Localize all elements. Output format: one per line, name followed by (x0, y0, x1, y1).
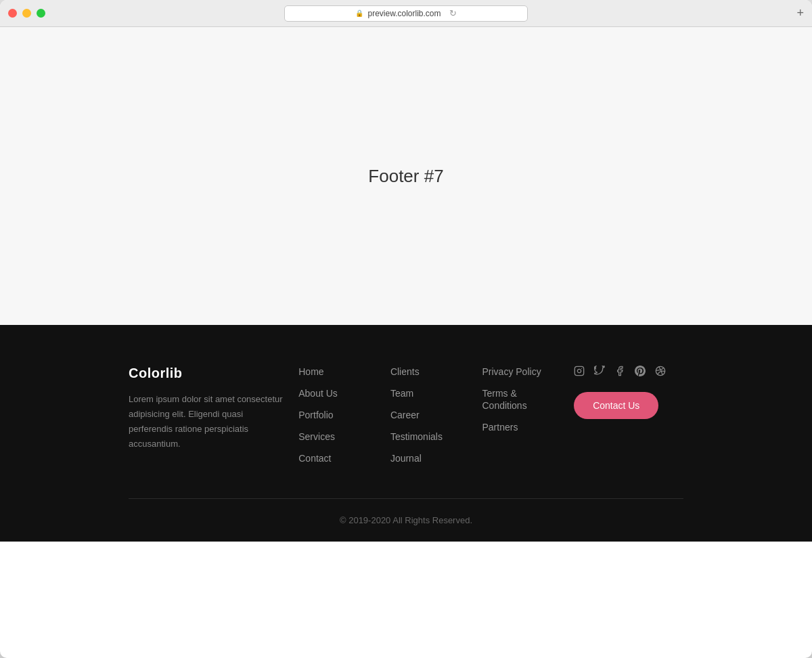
footer-description: Lorem ipsum dolor sit amet consectetur a… (129, 392, 285, 452)
footer-social-column: Contact Us (574, 366, 683, 464)
svg-rect-0 (574, 366, 583, 375)
pinterest-icon[interactable] (635, 366, 646, 378)
nav-item-services[interactable]: Services (298, 431, 377, 443)
footer-grid: Colorlib Lorem ipsum dolor sit amet cons… (129, 366, 683, 498)
nav-item-terms[interactable]: Terms & Conditions (482, 387, 561, 412)
footer-nav-col-2: Clients Team Career Testimonials Journal (390, 366, 469, 464)
nav-item-career[interactable]: Career (390, 409, 469, 421)
nav-item-portfolio[interactable]: Portfolio (298, 409, 377, 421)
close-button[interactable] (8, 9, 17, 18)
footer-nav-col-3: Privacy Policy Terms & Conditions Partne… (482, 366, 561, 464)
url-bar[interactable]: 🔒 preview.colorlib.com ↻ (284, 5, 528, 22)
nav-item-about[interactable]: About Us (298, 387, 377, 399)
nav-item-team[interactable]: Team (390, 387, 469, 399)
lock-icon: 🔒 (355, 9, 363, 17)
footer: Colorlib Lorem ipsum dolor sit amet cons… (0, 325, 812, 542)
nav-item-partners[interactable]: Partners (482, 421, 561, 433)
footer-nav-list-1: Home About Us Portfolio Services Contact (298, 366, 377, 464)
page-title: Footer #7 (368, 166, 443, 187)
nav-item-privacy[interactable]: Privacy Policy (482, 366, 561, 378)
nav-item-journal[interactable]: Journal (390, 452, 469, 464)
browser-window: 🔒 preview.colorlib.com ↻ + Footer #7 Col… (0, 0, 812, 658)
nav-item-home[interactable]: Home (298, 366, 377, 378)
url-text: preview.colorlib.com (367, 9, 441, 18)
footer-copyright: © 2019-2020 All Rights Reserved. (129, 499, 683, 542)
dribbble-icon[interactable] (655, 366, 666, 378)
nav-item-contact[interactable]: Contact (298, 452, 377, 464)
twitter-icon[interactable] (594, 366, 605, 378)
social-icons-group (574, 366, 666, 378)
nav-item-clients[interactable]: Clients (390, 366, 469, 378)
page-content-area: Footer #7 (0, 27, 812, 325)
titlebar: 🔒 preview.colorlib.com ↻ + (0, 0, 812, 27)
footer-brand-column: Colorlib Lorem ipsum dolor sit amet cons… (129, 366, 285, 464)
contact-us-button[interactable]: Contact Us (574, 392, 658, 419)
instagram-icon[interactable] (574, 366, 585, 378)
maximize-button[interactable] (37, 9, 45, 18)
facebook-icon[interactable] (614, 366, 625, 378)
footer-inner: Colorlib Lorem ipsum dolor sit amet cons… (102, 366, 710, 542)
minimize-button[interactable] (22, 9, 31, 18)
nav-item-testimonials[interactable]: Testimonials (390, 431, 469, 443)
traffic-lights (8, 9, 45, 18)
brand-name: Colorlib (129, 366, 285, 381)
reload-icon[interactable]: ↻ (449, 8, 457, 18)
footer-nav-col-1: Home About Us Portfolio Services Contact (298, 366, 377, 464)
footer-nav-list-2: Clients Team Career Testimonials Journal (390, 366, 469, 464)
new-tab-button[interactable]: + (796, 6, 804, 20)
footer-nav-list-3: Privacy Policy Terms & Conditions Partne… (482, 366, 561, 433)
